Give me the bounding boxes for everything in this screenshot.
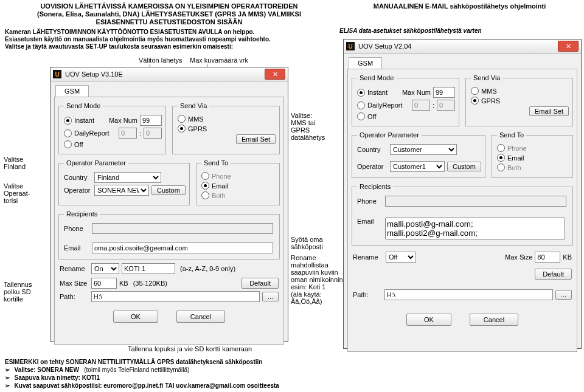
label-operator: Operator <box>64 187 92 194</box>
window-title: UOV Setup V2.04 <box>358 43 411 50</box>
custom-button[interactable]: Custom <box>447 162 481 171</box>
label-path: Path: <box>60 293 89 300</box>
group-send-mode: Send Mode Instant Max Num DailyReport : <box>58 102 166 154</box>
input-path[interactable] <box>91 291 260 302</box>
radio-gprs[interactable] <box>178 125 186 132</box>
label-path: Path: <box>353 291 382 298</box>
radio-mms[interactable] <box>471 87 479 95</box>
label-kb-hint: (35-120KB) <box>133 280 167 287</box>
ok-button[interactable]: OK <box>406 314 451 326</box>
group-send-to: Send To Phone Email Both <box>196 159 280 205</box>
input-rename[interactable] <box>122 263 175 274</box>
email-set-button[interactable]: Email Set <box>236 134 276 144</box>
select-rename[interactable]: On <box>91 263 119 274</box>
uov-setup-dialog-2: U UOV Setup V2.04 ✕ GSM Send Mode Instan… <box>343 39 582 349</box>
cancel-button[interactable]: Cancel <box>470 314 518 326</box>
label-rename-hint: (a-z, A-Z, 0-9 only) <box>180 265 235 272</box>
input-daily-h <box>119 128 137 139</box>
select-rename[interactable]: Off <box>386 252 416 263</box>
radio-gprs[interactable] <box>471 97 479 105</box>
group-send-via: Send Via MMS GPRS Email Set <box>465 74 573 126</box>
custom-button[interactable]: Custom <box>151 185 186 195</box>
radio-dailyreport[interactable] <box>64 129 72 137</box>
label-sendto-both: Both <box>507 164 521 171</box>
radio-off[interactable] <box>64 140 72 148</box>
close-icon[interactable]: ✕ <box>558 41 579 52</box>
input-rec-email[interactable]: malli.posti@g-mail.com; malli.posti2@g-m… <box>385 218 565 239</box>
group-operator-parameter: Operator Parameter Country Customer Oper… <box>352 131 485 178</box>
radio-instant[interactable] <box>357 89 365 97</box>
label-dailyreport: DailyReport <box>367 101 402 109</box>
label-country: Country <box>64 174 92 181</box>
radio-sendto-both[interactable] <box>201 191 209 199</box>
input-daily-m <box>144 128 162 139</box>
email-set-button[interactable]: Email Set <box>529 106 569 116</box>
default-button[interactable]: Default <box>242 278 279 289</box>
group-operator-parameter: Operator Parameter Country Finland Opera… <box>58 159 190 205</box>
label-off: Off <box>367 113 376 120</box>
ok-button[interactable]: OK <box>113 311 158 323</box>
group-send-mode: Send Mode Instant Max Num DailyReport : <box>352 74 459 126</box>
label-kb: KB <box>119 280 128 287</box>
label-gprs: GPRS <box>188 125 207 132</box>
close-icon[interactable]: ✕ <box>265 69 285 80</box>
select-country[interactable]: Finland <box>94 172 161 183</box>
label-sendto-email: Email <box>507 154 524 162</box>
label-operator: Operator <box>357 163 388 170</box>
input-maxsize[interactable] <box>91 278 117 289</box>
radio-sendto-phone[interactable] <box>497 144 505 152</box>
left-heading: UOVISION LÄHETTÄVISSÄ KAMEROISSA ON YLEI… <box>5 2 333 26</box>
input-maxnum[interactable] <box>140 115 162 126</box>
label-maxsize: Max Size <box>505 253 532 261</box>
cancel-button[interactable]: Cancel <box>176 311 225 323</box>
caption-sendvia: Valitse: MMS tai GPRS datalähetys <box>291 112 333 141</box>
input-maxnum[interactable] <box>433 87 455 98</box>
label-rec-email: Email <box>64 244 89 252</box>
legend-send-to: Send To <box>497 131 526 139</box>
legend-recipients: Recipients <box>357 183 393 190</box>
caption-path: Tallennus polku SD kortille <box>4 281 40 303</box>
browse-button[interactable]: ... <box>262 292 279 301</box>
group-recipients: Recipients Phone Email <box>58 210 280 260</box>
label-mms: MMS <box>188 115 204 123</box>
legend-op-param: Operator Parameter <box>357 131 422 139</box>
group-send-via: Send Via MMS GPRS Email Set <box>172 102 280 154</box>
radio-sendto-email[interactable] <box>201 182 209 190</box>
radio-sendto-both[interactable] <box>497 163 505 171</box>
input-path[interactable] <box>384 289 553 300</box>
caption-maxnum: Max kuvamäärä vrk <box>190 57 248 64</box>
caption-rename: Rename mahdollistaa saapuviin kuviin oma… <box>291 254 346 305</box>
input-rec-email[interactable] <box>92 242 273 253</box>
select-country[interactable]: Customer <box>390 144 457 155</box>
label-maxnum: Max Num <box>109 117 137 124</box>
label-mms: MMS <box>481 88 497 95</box>
label-rec-phone: Phone <box>64 225 89 232</box>
radio-mms[interactable] <box>178 115 186 123</box>
browse-button[interactable]: ... <box>555 290 572 300</box>
input-maxsize[interactable] <box>535 252 560 263</box>
label-country: Country <box>357 146 388 153</box>
group-send-to: Send To Phone Email Both <box>492 131 573 178</box>
label-kb: KB <box>563 253 572 261</box>
legend-send-to: Send To <box>201 159 231 167</box>
legend-send-mode: Send Mode <box>357 74 396 81</box>
legend-op-param: Operator Parameter <box>64 159 128 167</box>
select-operator[interactable]: Customer1 <box>390 161 445 172</box>
input-rec-phone <box>92 223 273 234</box>
radio-sendto-phone[interactable] <box>201 172 209 180</box>
default-button[interactable]: Default <box>535 269 572 280</box>
radio-instant[interactable] <box>64 117 72 125</box>
caption-operator: Valitse Operaat- torisi <box>4 182 37 204</box>
label-rec-phone: Phone <box>357 198 383 205</box>
radio-off[interactable] <box>357 112 365 120</box>
tab-gsm[interactable]: GSM <box>349 57 382 69</box>
tab-gsm[interactable]: GSM <box>55 85 89 97</box>
caption-finland: Valitse Finland <box>4 156 34 170</box>
select-operator[interactable]: SONERA NEW <box>94 185 149 196</box>
radio-dailyreport[interactable] <box>357 101 365 109</box>
input-rec-phone <box>385 196 566 207</box>
label-maxnum: Max Num <box>402 89 431 96</box>
caption-email: Syötä oma sähköposti <box>291 236 333 250</box>
input-daily-h <box>412 100 430 111</box>
radio-sendto-email[interactable] <box>497 154 505 162</box>
